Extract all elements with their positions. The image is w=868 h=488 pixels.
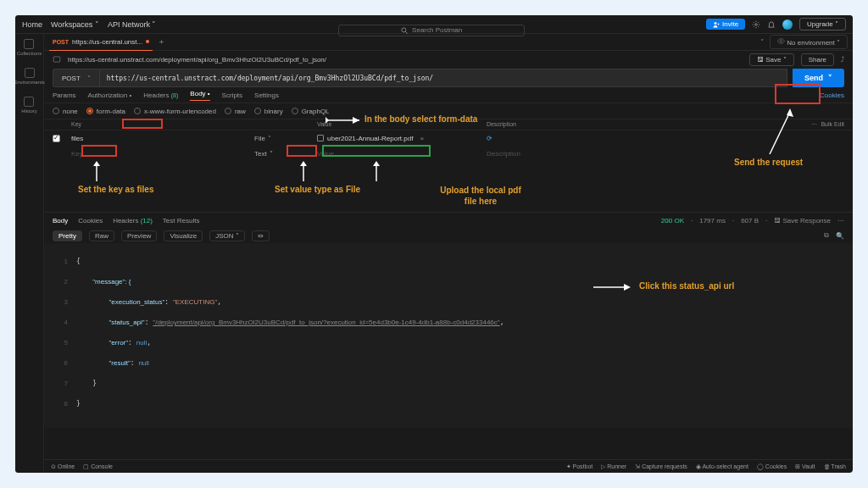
save-response[interactable]: 🖫 Save Response bbox=[774, 217, 831, 225]
status-trash[interactable]: 🗑 Trash bbox=[824, 463, 846, 469]
view-raw[interactable]: Raw bbox=[89, 230, 114, 241]
tab-authorization[interactable]: Authorization • bbox=[88, 92, 132, 99]
status-api-link[interactable]: "/deployment/api/org_Bmv3HhzOl2U3uBCd/pd… bbox=[153, 319, 499, 326]
avatar[interactable] bbox=[782, 19, 793, 30]
col-description: Description bbox=[483, 121, 776, 128]
formdata-header: Key Value Description ⋯ Bulk Edit bbox=[44, 119, 853, 130]
formdata-row-empty[interactable]: Key Text ˅ Value Description bbox=[44, 146, 853, 161]
row-checkbox[interactable] bbox=[53, 135, 60, 142]
eye-icon bbox=[777, 37, 785, 45]
status-code: 200 OK bbox=[661, 217, 684, 225]
file-path-icon[interactable]: ⟳ bbox=[487, 135, 492, 142]
request-head: https://us-central.unstract.com/deployme… bbox=[44, 51, 853, 68]
response-size: 607 B bbox=[741, 217, 759, 225]
method-selector[interactable]: POST˅ bbox=[53, 69, 99, 87]
statusbar: ⊙ Online ▢ Console ✦ Postbot ▷ Runner ⇲ … bbox=[44, 459, 853, 473]
svg-point-2 bbox=[714, 22, 716, 25]
resp-tab-body[interactable]: Body bbox=[53, 217, 68, 225]
bodytype-none[interactable]: none bbox=[53, 108, 78, 115]
svg-point-3 bbox=[755, 23, 758, 25]
upgrade-button[interactable]: Upgrade ˅ bbox=[799, 18, 846, 30]
body-type-row: none form-data x-www-form-urlencoded raw… bbox=[44, 103, 853, 119]
lang-selector[interactable]: JSON ˅ bbox=[209, 230, 245, 241]
tab-headers[interactable]: Headers (8) bbox=[143, 92, 178, 99]
status-online[interactable]: ⊙ Online bbox=[51, 463, 75, 470]
bodytype-raw[interactable]: raw bbox=[225, 108, 246, 115]
share-button[interactable]: Share bbox=[801, 53, 834, 66]
resp-tab-tests[interactable]: Test Results bbox=[163, 217, 200, 225]
resp-tab-headers[interactable]: Headers (12) bbox=[113, 217, 153, 225]
status-agent[interactable]: ◉ Auto-select agent bbox=[696, 463, 748, 470]
view-pretty[interactable]: Pretty bbox=[53, 230, 82, 241]
svg-point-4 bbox=[780, 40, 782, 42]
bodytype-formdata[interactable]: form-data bbox=[86, 108, 125, 115]
tab-options-icon[interactable]: ˅ bbox=[760, 38, 765, 47]
new-tab-button[interactable]: ＋ bbox=[158, 36, 165, 47]
copy-icon[interactable]: ⧉ bbox=[824, 231, 829, 240]
response-time: 1797 ms bbox=[699, 217, 726, 225]
search-icon bbox=[400, 26, 409, 35]
environment-selector[interactable]: No environment ˅ bbox=[770, 35, 848, 49]
settings-icon[interactable] bbox=[752, 20, 760, 29]
rail-history[interactable]: History bbox=[21, 97, 37, 114]
col-value: Value bbox=[314, 121, 483, 128]
tab-strip: POST https://us-central.unst... ＋ ˅ No e… bbox=[44, 34, 853, 51]
status-cookies[interactable]: ◯ Cookies bbox=[757, 463, 787, 470]
invite-icon bbox=[713, 21, 720, 28]
breadcrumb: https://us-central.unstract.com/deployme… bbox=[68, 56, 743, 64]
invite-button[interactable]: Invite bbox=[706, 19, 745, 30]
svg-line-1 bbox=[405, 31, 408, 34]
cookies-link[interactable]: Cookies bbox=[820, 92, 844, 99]
fork-icon[interactable]: ⤴ bbox=[841, 56, 844, 64]
bodytype-graphql[interactable]: GraphQL bbox=[292, 108, 330, 115]
bulk-edit-link[interactable]: ⋯ Bulk Edit bbox=[811, 121, 844, 127]
response-panel: Body Cookies Headers (12) Test Results 2… bbox=[44, 212, 853, 428]
svg-point-0 bbox=[402, 27, 406, 31]
bodytype-binary[interactable]: binary bbox=[254, 108, 283, 115]
col-key: Key bbox=[68, 121, 254, 128]
bodytype-xwww[interactable]: x-www-form-urlencoded bbox=[134, 108, 216, 115]
status-capture[interactable]: ⇲ Capture requests bbox=[635, 463, 687, 470]
send-button[interactable]: Send˅ bbox=[793, 69, 844, 87]
http-icon bbox=[53, 55, 61, 64]
postman-window: Home Workspaces ˅ API Network ˅ Search P… bbox=[15, 15, 853, 473]
rail-environments[interactable]: Environments bbox=[15, 68, 45, 85]
formdata-row: files File˅ uber2021-Annual-Report.pdf ×… bbox=[44, 130, 853, 146]
unsaved-dot-icon bbox=[146, 40, 149, 43]
url-row: POST˅ https://us-central.unstract.com/de… bbox=[44, 68, 853, 88]
search-response-icon[interactable]: 🔍 bbox=[836, 232, 844, 240]
menu-home[interactable]: Home bbox=[22, 20, 42, 29]
url-input[interactable]: https://us-central.unstract.com/deployme… bbox=[99, 69, 787, 87]
response-tabs: Body Cookies Headers (12) Test Results 2… bbox=[44, 213, 853, 228]
value-file[interactable]: uber2021-Annual-Report.pdf × bbox=[314, 135, 483, 142]
status-console[interactable]: ▢ Console bbox=[83, 463, 113, 470]
notifications-icon[interactable] bbox=[767, 20, 776, 29]
response-viewmode: Pretty Raw Preview Visualize JSON ˅ ⇔ ⧉ … bbox=[44, 228, 853, 243]
wrap-icon[interactable]: ⇔ bbox=[252, 230, 270, 241]
file-icon bbox=[317, 135, 324, 141]
view-preview[interactable]: Preview bbox=[121, 230, 157, 241]
tab-params[interactable]: Params bbox=[53, 92, 76, 99]
tab-settings[interactable]: Settings bbox=[254, 92, 279, 99]
save-button[interactable]: 🖫 Save ˅ bbox=[749, 53, 794, 66]
remove-file-icon[interactable]: × bbox=[420, 135, 424, 142]
tab-scripts[interactable]: Scripts bbox=[222, 92, 242, 99]
request-subtabs: Params Authorization • Headers (8) Body … bbox=[44, 88, 853, 103]
status-vault[interactable]: ⊞ Vault bbox=[795, 463, 815, 470]
menu-api-network[interactable]: API Network ˅ bbox=[108, 20, 157, 29]
tab-body[interactable]: Body • bbox=[190, 90, 209, 101]
key-input[interactable]: files bbox=[68, 135, 254, 142]
titlebar: Home Workspaces ˅ API Network ˅ Search P… bbox=[15, 15, 853, 34]
left-rail: Collections Environments History bbox=[15, 34, 44, 473]
status-postbot[interactable]: ✦ Postbot bbox=[566, 463, 593, 470]
svg-rect-5 bbox=[53, 57, 60, 62]
resp-tab-cookies[interactable]: Cookies bbox=[78, 217, 103, 225]
type-selector[interactable]: File˅ bbox=[254, 135, 314, 142]
request-tab[interactable]: POST https://us-central.unst... bbox=[49, 34, 153, 51]
response-json[interactable]: 1{ 2 "message": { 3 "execution_status": … bbox=[44, 243, 853, 428]
view-visualize[interactable]: Visualize bbox=[164, 230, 203, 241]
menu-workspaces[interactable]: Workspaces ˅ bbox=[51, 20, 99, 29]
rail-collections[interactable]: Collections bbox=[17, 39, 42, 56]
status-runner[interactable]: ▷ Runner bbox=[601, 463, 626, 470]
